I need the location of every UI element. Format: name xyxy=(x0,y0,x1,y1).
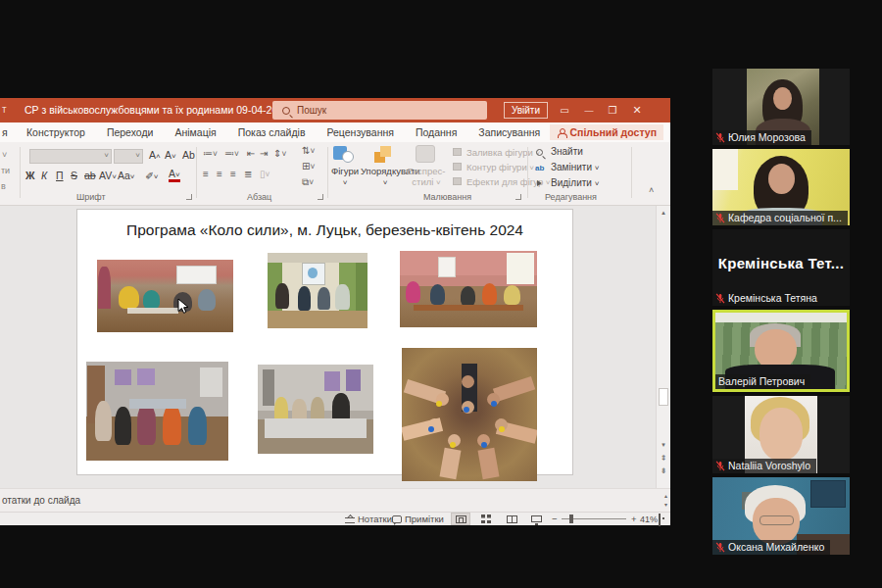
restore-icon[interactable] xyxy=(601,98,624,122)
muted-mic-icon xyxy=(715,132,725,143)
participant-tile-kreminska[interactable]: Кремінська Тет... Кремінська Тетяна xyxy=(712,229,850,306)
numbering-button[interactable]: ≕˅ xyxy=(224,148,239,159)
select-icon xyxy=(537,180,542,186)
reading-view-button[interactable] xyxy=(502,513,521,525)
comments-icon xyxy=(392,515,402,523)
reading-view-icon xyxy=(507,515,517,523)
mouse-cursor xyxy=(177,298,190,315)
replace-button[interactable]: Замінити ˅ xyxy=(551,162,599,172)
quick-styles-button[interactable]: Експрес- стилі ˅ xyxy=(406,166,447,188)
paragraph-dialog-launcher[interactable] xyxy=(318,194,323,200)
font-size-combo[interactable] xyxy=(114,149,143,164)
increase-indent-button[interactable]: ⇥ xyxy=(260,148,268,159)
slide-canvas[interactable]: Програма «Коло сили», м. Луцьк, березень… xyxy=(76,209,573,475)
collapse-ribbon-icon[interactable]: ˄ xyxy=(649,185,654,195)
scroll-down-icon[interactable]: ▾ xyxy=(657,441,670,449)
highlight-pen-button[interactable]: ✐˅ xyxy=(145,170,158,181)
notes-panel-text: отатки до слайда xyxy=(2,495,80,506)
share-button[interactable]: Спільний доступ xyxy=(550,124,663,140)
notes-toggle-button[interactable]: Нотатки xyxy=(345,514,392,524)
title-bar[interactable]: т СР з військовослужбовцями та їх родина… xyxy=(0,98,670,122)
decrease-indent-button[interactable]: ⇤ xyxy=(247,148,255,159)
search-box[interactable]: Пошук xyxy=(272,101,487,120)
drawing-dialog-launcher[interactable] xyxy=(515,194,521,200)
justify-button[interactable]: ≣ xyxy=(244,169,252,179)
comments-toggle-button[interactable]: Примітки xyxy=(392,514,444,524)
scroll-up-icon[interactable]: ▴ xyxy=(657,209,670,217)
close-icon[interactable] xyxy=(625,98,649,122)
minimize-icon[interactable] xyxy=(577,98,601,122)
tab-recording[interactable]: Записування xyxy=(467,126,551,138)
zoom-slider-thumb[interactable] xyxy=(569,514,573,523)
text-shadow-button[interactable]: ab xyxy=(84,170,96,181)
character-spacing-button[interactable]: AV˅ xyxy=(99,170,117,181)
tab-slideshow[interactable]: Показ слайдів xyxy=(227,126,317,138)
ribbon-display-options-icon[interactable] xyxy=(553,98,576,122)
underline-button[interactable]: П xyxy=(56,170,64,181)
shape-fill-button[interactable]: Заливка фігури ˅ xyxy=(466,147,540,158)
tab-view[interactable]: Подання xyxy=(405,126,467,138)
participant-tile-nataliia[interactable]: Nataliia Voroshylo xyxy=(712,396,850,473)
find-button[interactable]: Знайти xyxy=(551,146,583,157)
search-placeholder: Пошук xyxy=(297,105,326,116)
participant-tile-oksana[interactable]: Оксана Михайленко xyxy=(712,477,850,555)
select-button[interactable]: Виділити ˅ xyxy=(551,177,599,188)
italic-button[interactable]: К xyxy=(41,170,47,181)
status-bar: Нотатки Примітки − + 41% xyxy=(0,512,670,525)
bold-button[interactable]: Ж xyxy=(25,170,35,181)
tab-partial[interactable]: я xyxy=(2,126,16,138)
bullets-button[interactable]: ≔˅ xyxy=(203,148,218,159)
align-text-button[interactable]: ⊞˅ xyxy=(302,161,315,172)
sign-in-button[interactable]: Увійти xyxy=(504,102,548,119)
scrollbar-thumb[interactable] xyxy=(659,388,668,406)
zoom-slider[interactable] xyxy=(562,518,626,519)
participant-tile-valerii-active-speaker[interactable]: Валерій Петрович xyxy=(712,310,850,392)
slideshow-button[interactable] xyxy=(526,513,546,525)
smartart-button[interactable]: ⧉˅ xyxy=(302,176,314,188)
shapes-button[interactable]: Фігури˅ xyxy=(324,166,366,188)
grow-font-button[interactable]: A˄ xyxy=(149,149,161,161)
font-color-button[interactable]: А˅ xyxy=(169,168,180,182)
shrink-font-button[interactable]: A˅ xyxy=(165,149,176,161)
align-left-button[interactable]: ≡ xyxy=(203,169,209,179)
tab-design[interactable]: Конструктор xyxy=(16,126,96,138)
zoom-out-button[interactable]: − xyxy=(552,514,558,524)
line-spacing-button[interactable]: ⇕˅ xyxy=(273,148,286,159)
notes-panel[interactable]: отатки до слайда ▴ ▾ xyxy=(0,488,670,512)
zoom-level[interactable]: 41% xyxy=(640,514,658,524)
next-slide-icon[interactable]: ⇟ xyxy=(657,466,670,475)
change-case-button[interactable]: Aa˅ xyxy=(118,170,135,181)
muted-mic-icon xyxy=(715,213,725,223)
font-group-label: Шрифт xyxy=(76,192,106,202)
text-direction-button[interactable]: ⇅˅ xyxy=(302,145,315,156)
ribbon: ˅ ти в A˄ A˅ Ab Ж К П S ab AV˅ Aa˅ ✐˅ А˅… xyxy=(0,142,670,206)
participant-name-label: Валерій Петрович xyxy=(715,374,810,389)
vertical-scrollbar[interactable]: ▴ ▾ ⇞ ⇟ xyxy=(656,206,670,488)
arrange-button[interactable]: Упорядкувати˅ xyxy=(361,166,410,188)
shape-outline-button[interactable]: Контур фігури ˅ xyxy=(466,162,534,172)
columns-button[interactable]: ▯˅ xyxy=(260,169,270,179)
participant-name-label: Оксана Михайленко xyxy=(712,540,830,555)
previous-slide-icon[interactable]: ⇞ xyxy=(657,454,670,463)
font-dialog-launcher[interactable] xyxy=(186,194,192,200)
participant-tile-kafedra[interactable]: Кафедра соціальної п... xyxy=(712,149,850,225)
participant-tile-yuliya-morozova[interactable]: Юлия Морозова xyxy=(712,69,850,145)
tab-transitions[interactable]: Переходи xyxy=(96,126,165,138)
search-icon xyxy=(282,107,290,115)
participant-display-name: Кремінська Тет... xyxy=(712,255,850,271)
slide-sorter-view-button[interactable] xyxy=(476,513,496,525)
strikethrough-button[interactable]: S xyxy=(71,170,77,181)
tab-review[interactable]: Рецензування xyxy=(316,126,404,138)
font-name-combo[interactable] xyxy=(29,149,112,164)
clipboard-fragment: ти xyxy=(1,166,10,175)
zoom-in-button[interactable]: + xyxy=(631,514,637,524)
arrange-icon xyxy=(374,146,394,164)
clear-formatting-button[interactable]: Ab xyxy=(182,149,195,161)
notes-scroll-down-icon[interactable]: ▾ xyxy=(664,501,667,508)
normal-view-button[interactable] xyxy=(451,513,470,525)
notes-scroll-up-icon[interactable]: ▴ xyxy=(664,492,667,499)
align-right-button[interactable]: ≡ xyxy=(230,169,236,179)
tab-animations[interactable]: Анімація xyxy=(164,126,226,138)
align-center-button[interactable]: ≡ xyxy=(217,169,222,179)
fit-to-window-icon[interactable] xyxy=(659,514,661,526)
